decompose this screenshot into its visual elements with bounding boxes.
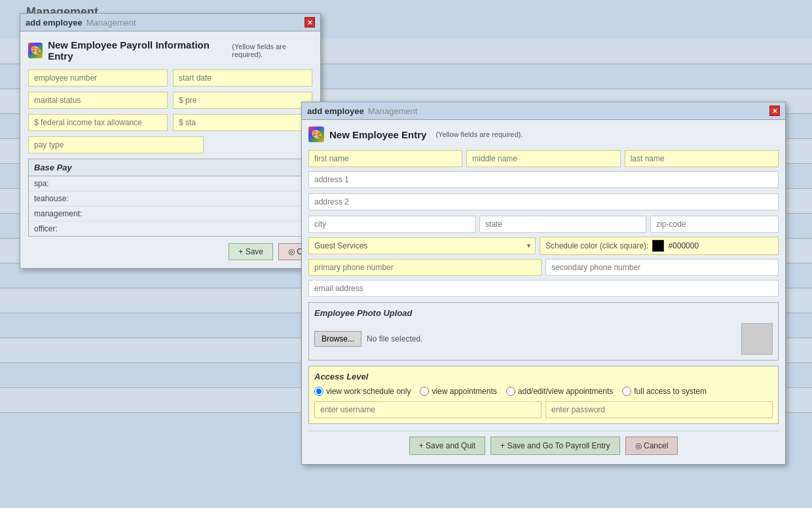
address1-row — [308, 171, 779, 188]
color-hex-value: #000000 — [668, 241, 699, 250]
zip-input[interactable] — [650, 216, 779, 233]
payroll-buttons: + Save ◎ C — [28, 243, 312, 260]
spa-label: spa: — [34, 179, 49, 188]
last-name-input[interactable] — [625, 150, 779, 167]
middle-name-input[interactable] — [466, 150, 620, 167]
photo-controls: Browse... No file selected. — [314, 331, 422, 347]
state-allowance-input[interactable] — [173, 114, 312, 131]
payroll-dialog-content: 🎨 New Employee Payroll Information Entry… — [20, 31, 320, 268]
federal-income-input[interactable] — [28, 114, 168, 131]
payroll-row-1 — [28, 69, 312, 87]
first-name-input[interactable] — [308, 150, 462, 167]
payroll-row-3 — [28, 114, 312, 131]
access-edit-appointments-label: add/edit/view appointments — [518, 387, 613, 396]
officer-label: officer: — [34, 224, 58, 233]
save-quit-button[interactable]: + Save and Quit — [409, 437, 485, 455]
address2-row — [308, 193, 779, 210]
payroll-bg-title: Management — [86, 18, 136, 28]
no-file-label: No file selected. — [367, 334, 422, 343]
base-pay-section: Base Pay spa: $ teahouse: $ management: … — [28, 159, 312, 237]
photo-title: Employee Photo Upload — [314, 308, 773, 318]
employee-dialog-content: 🎨 New Employee Entry (Yellow fields are … — [302, 120, 785, 464]
access-section: Access Level view work schedule only vie… — [308, 366, 779, 424]
phone-row — [308, 259, 779, 276]
secondary-phone-input[interactable] — [545, 259, 779, 276]
payroll-dialog: add employee Management ✕ 🎨 New Employee… — [20, 13, 321, 269]
payroll-dialog-titlebar: add employee Management ✕ — [20, 14, 320, 31]
employee-main-title: New Employee Entry — [329, 129, 426, 140]
photo-preview — [741, 323, 773, 355]
payroll-row-2 — [28, 92, 312, 109]
email-row — [308, 280, 779, 297]
payroll-required-note: (Yellow fields are required). — [232, 43, 312, 58]
credentials-row — [314, 401, 773, 418]
access-radio-row: view work schedule only view appointment… — [314, 387, 773, 396]
access-view-schedule-radio[interactable] — [314, 387, 323, 396]
color-swatch[interactable] — [652, 240, 664, 252]
payroll-window-title: add employee — [26, 18, 83, 28]
pay-type-input[interactable] — [28, 136, 204, 153]
email-input[interactable] — [308, 280, 779, 297]
payroll-header: 🎨 New Employee Payroll Information Entry… — [28, 39, 312, 62]
base-pay-title: Base Pay — [29, 159, 312, 176]
photo-section: Employee Photo Upload Browse... No file … — [308, 302, 779, 361]
dept-select-wrapper: Guest Services Spa Teahouse Management O… — [308, 237, 536, 254]
access-edit-appointments[interactable]: add/edit/view appointments — [506, 387, 613, 396]
start-date-input[interactable] — [173, 69, 312, 87]
employee-header: 🎨 New Employee Entry (Yellow fields are … — [308, 127, 779, 142]
access-view-appointments-label: view appointments — [432, 387, 496, 396]
access-view-schedule[interactable]: view work schedule only — [314, 387, 411, 396]
photo-content: Browse... No file selected. — [314, 323, 773, 355]
marital-status-input[interactable] — [28, 92, 168, 109]
payroll-save-button[interactable]: + Save — [229, 243, 273, 260]
employee-dialog-titlebar: add employee Management ✕ — [302, 102, 785, 120]
employee-number-input[interactable] — [28, 69, 168, 87]
department-select[interactable]: Guest Services Spa Teahouse Management O… — [308, 237, 536, 254]
access-full-access[interactable]: full access to system — [622, 387, 707, 396]
city-input[interactable] — [308, 216, 475, 233]
browse-button[interactable]: Browse... — [314, 331, 361, 347]
address2-input[interactable] — [308, 193, 779, 210]
employee-cancel-button[interactable]: ◎ Cancel — [625, 437, 678, 455]
access-edit-appointments-radio[interactable] — [506, 387, 515, 396]
payroll-row-4 — [28, 136, 312, 153]
employee-buttons: + Save and Quit + Save and Go To Payroll… — [308, 431, 779, 458]
employee-required-note: (Yellow fields are required). — [435, 130, 523, 138]
teahouse-label: teahouse: — [34, 194, 69, 203]
access-full-access-label: full access to system — [634, 387, 707, 396]
payroll-icon: 🎨 — [28, 43, 43, 58]
base-pay-spa: spa: $ — [29, 176, 312, 191]
access-view-schedule-label: view work schedule only — [326, 387, 411, 396]
employee-icon: 🎨 — [308, 127, 324, 142]
dept-color-row: Guest Services Spa Teahouse Management O… — [308, 237, 779, 255]
access-view-appointments[interactable]: view appointments — [420, 387, 496, 396]
schedule-color-label: Schedule color (click square): — [545, 241, 648, 250]
primary-phone-input[interactable] — [308, 259, 542, 276]
name-row — [308, 150, 779, 167]
password-input[interactable] — [545, 401, 773, 418]
save-payroll-button[interactable]: + Save and Go To Payroll Entry — [490, 437, 620, 455]
username-input[interactable] — [314, 401, 542, 418]
access-full-access-radio[interactable] — [622, 387, 631, 396]
schedule-color-section: Schedule color (click square): #000000 — [540, 237, 779, 255]
state-input[interactable] — [479, 216, 646, 233]
base-pay-officer: officer: $ — [29, 222, 312, 236]
management-label: management: — [34, 209, 82, 218]
employee-dialog: add employee Management ✕ 🎨 New Employee… — [301, 102, 786, 465]
access-title: Access Level — [314, 372, 773, 381]
address1-input[interactable] — [308, 171, 779, 188]
base-pay-teahouse: teahouse: $ — [29, 191, 312, 206]
access-view-appointments-radio[interactable] — [420, 387, 429, 396]
city-state-row — [308, 216, 779, 233]
employee-window-title: add employee — [307, 106, 364, 116]
base-pay-management: management: $ — [29, 206, 312, 222]
employee-close-button[interactable]: ✕ — [769, 106, 780, 116]
employee-bg-title: Management — [368, 106, 418, 116]
payroll-main-title: New Employee Payroll Information Entry — [48, 39, 223, 62]
pre-tax-input[interactable] — [173, 92, 312, 109]
payroll-close-button[interactable]: ✕ — [304, 17, 315, 28]
